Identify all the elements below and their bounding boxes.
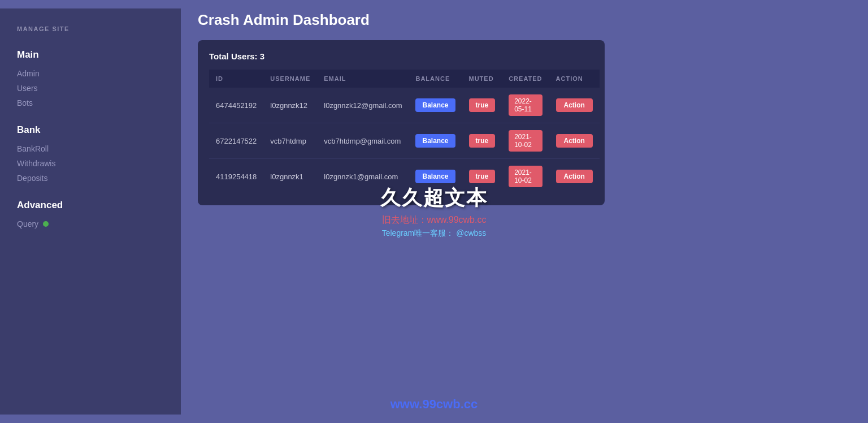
cell-email: vcb7htdmp@gmail.com bbox=[317, 123, 409, 159]
cell-action: Action bbox=[549, 159, 600, 195]
sidebar-item-admin[interactable]: Admin bbox=[17, 66, 164, 81]
date-badge: 2021-10-02 bbox=[509, 130, 542, 152]
table-row: 4119254418 l0zgnnzk1 l0zgnnzk1@gmail.com… bbox=[209, 159, 600, 195]
cell-balance: Balance bbox=[409, 123, 462, 159]
table-body: 6474452192 l0zgnnzk12 l0zgnnzk12@gmail.c… bbox=[209, 88, 600, 194]
table-card: Total Users: 3 ID USERNAME EMAIL BALANCE… bbox=[198, 40, 605, 205]
balance-button[interactable]: Balance bbox=[415, 134, 455, 148]
col-created: CREATED bbox=[502, 70, 549, 88]
sidebar-manage-label: MANAGE SITE bbox=[17, 25, 164, 32]
cell-created: 2022-05-11 bbox=[502, 88, 549, 123]
col-action: ACTION bbox=[549, 70, 600, 88]
main-content: Crash Admin Dashboard Total Users: 3 ID … bbox=[181, 0, 868, 423]
cell-muted: true bbox=[462, 123, 502, 159]
sidebar-section-advanced: Advanced Query bbox=[17, 194, 164, 231]
col-id: ID bbox=[209, 70, 263, 88]
cell-balance: Balance bbox=[409, 88, 462, 123]
sidebar: MANAGE SITE Main Admin Users Bots Bank B… bbox=[0, 8, 181, 415]
query-label: Query bbox=[17, 219, 38, 228]
sidebar-item-deposits[interactable]: Deposits bbox=[17, 171, 164, 185]
balance-button[interactable]: Balance bbox=[415, 98, 455, 112]
cell-created: 2021-10-02 bbox=[502, 123, 549, 159]
sidebar-section-main: Main Admin Users Bots bbox=[17, 44, 164, 110]
table-row: 6474452192 l0zgnnzk12 l0zgnnzk12@gmail.c… bbox=[209, 88, 600, 123]
cell-username: l0zgnnzk1 bbox=[263, 159, 317, 195]
cell-id: 4119254418 bbox=[209, 159, 263, 195]
action-button[interactable]: Action bbox=[556, 134, 593, 148]
date-badge: 2022-05-11 bbox=[509, 94, 542, 116]
cell-email: l0zgnnzk12@gmail.com bbox=[317, 88, 409, 123]
muted-button[interactable]: true bbox=[469, 98, 496, 112]
sidebar-item-bots[interactable]: Bots bbox=[17, 96, 164, 110]
cell-muted: true bbox=[462, 88, 502, 123]
total-users-label: Total Users: 3 bbox=[209, 51, 593, 61]
cell-created: 2021-10-02 bbox=[502, 159, 549, 195]
sidebar-item-bankroll[interactable]: BankRoll bbox=[17, 141, 164, 156]
sidebar-item-query[interactable]: Query bbox=[17, 217, 164, 231]
col-username: USERNAME bbox=[263, 70, 317, 88]
col-balance: BALANCE bbox=[409, 70, 462, 88]
date-badge: 2021-10-02 bbox=[509, 166, 542, 187]
cell-username: l0zgnnzk12 bbox=[263, 88, 317, 123]
cell-action: Action bbox=[549, 88, 600, 123]
cell-muted: true bbox=[462, 159, 502, 195]
cell-id: 6722147522 bbox=[209, 123, 263, 159]
table-row: 6722147522 vcb7htdmp vcb7htdmp@gmail.com… bbox=[209, 123, 600, 159]
page-wrapper: MANAGE SITE Main Admin Users Bots Bank B… bbox=[0, 0, 868, 423]
users-table: ID USERNAME EMAIL BALANCE MUTED CREATED … bbox=[209, 70, 600, 194]
sidebar-section-title-advanced: Advanced bbox=[17, 200, 164, 211]
cell-id: 6474452192 bbox=[209, 88, 263, 123]
sidebar-item-withdrawis[interactable]: Withdrawis bbox=[17, 156, 164, 171]
balance-button[interactable]: Balance bbox=[415, 170, 455, 183]
cell-balance: Balance bbox=[409, 159, 462, 195]
action-button[interactable]: Action bbox=[556, 170, 593, 183]
sidebar-section-title-bank: Bank bbox=[17, 124, 164, 136]
query-status-dot bbox=[43, 221, 49, 227]
cell-email: l0zgnnzk1@gmail.com bbox=[317, 159, 409, 195]
sidebar-item-users[interactable]: Users bbox=[17, 81, 164, 96]
muted-button[interactable]: true bbox=[469, 170, 496, 183]
muted-button[interactable]: true bbox=[469, 134, 496, 148]
sidebar-section-bank: Bank BankRoll Withdrawis Deposits bbox=[17, 119, 164, 185]
sidebar-section-title-main: Main bbox=[17, 49, 164, 61]
cell-username: vcb7htdmp bbox=[263, 123, 317, 159]
page-title: Crash Admin Dashboard bbox=[198, 11, 851, 29]
cell-action: Action bbox=[549, 123, 600, 159]
col-muted: MUTED bbox=[462, 70, 502, 88]
col-email: EMAIL bbox=[317, 70, 409, 88]
action-button[interactable]: Action bbox=[556, 98, 593, 112]
table-header: ID USERNAME EMAIL BALANCE MUTED CREATED … bbox=[209, 70, 600, 88]
